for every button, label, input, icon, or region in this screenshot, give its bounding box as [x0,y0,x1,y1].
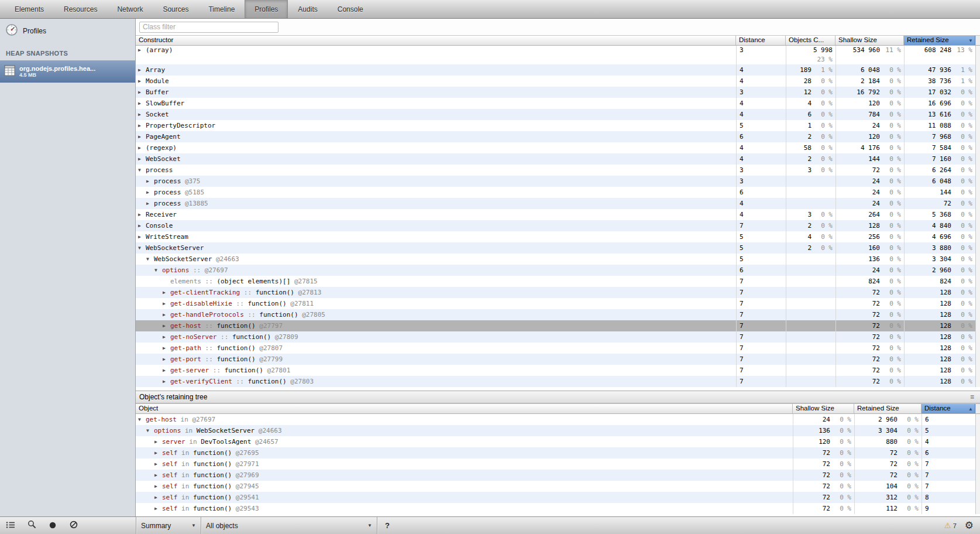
retaining-tree-row[interactable]: ▶self in function() @27945720 %1040 %7 [136,481,980,492]
heap-row[interactable]: ▶Array41891 %6 0480 %47 9361 % [136,64,980,76]
tab-sources[interactable]: Sources [153,0,198,18]
heap-row[interactable]: ▶Socket460 %7840 %13 6160 % [136,109,980,120]
disclosure-triangle-icon[interactable]: ▼ [154,265,162,276]
heap-row[interactable]: ▶get-port :: function() @277997720 %1280… [136,354,980,365]
scrollbar-track[interactable] [975,165,980,176]
disclosure-triangle-icon[interactable]: ▶ [138,87,146,98]
scrollbar-track[interactable] [975,87,980,98]
disclosure-triangle-icon[interactable]: ▶ [154,481,162,492]
class-filter-input[interactable] [139,22,278,33]
disclosure-triangle-icon[interactable]: ▼ [138,414,146,425]
disclosure-triangle-icon[interactable]: ▶ [163,331,170,343]
scrollbar-track[interactable] [975,376,980,387]
heap-row[interactable]: ▶get-server :: function() @278017720 %12… [136,365,980,376]
heap-row[interactable]: ▶process @138854240 %720 % [136,198,980,209]
scrollbar-track[interactable] [975,276,980,287]
column-header-retained-size[interactable]: Retained Size▼ [904,36,975,45]
heap-row[interactable]: ▶get-verifyClient :: function() @2780377… [136,376,980,387]
heap-row[interactable]: ▶PropertyDescriptor510 %240 %11 0880 % [136,120,980,131]
disclosure-triangle-icon[interactable]: ▶ [163,298,170,309]
disclosure-triangle-icon[interactable]: ▶ [163,343,170,354]
heap-row[interactable]: ▶get-handleProtocols :: function() @2780… [136,309,980,320]
scrollbar-track[interactable] [975,187,980,198]
disclosure-triangle-icon[interactable]: ▼ [138,242,146,254]
scrollbar-track[interactable] [975,120,980,131]
scrollbar-track[interactable] [975,131,980,142]
view-mode-select[interactable]: Summary ▼ [136,517,201,534]
disclosure-triangle-icon[interactable]: ▼ [146,254,154,265]
retaining-tree-row[interactable]: ▼options in WebSocketServer @246631360 %… [136,425,980,436]
scrollbar-track[interactable] [975,46,980,64]
disclosure-triangle-icon[interactable]: ▶ [154,470,162,481]
scrollbar-track[interactable] [975,198,980,209]
column-header-shallow-size[interactable]: Shallow Size [835,36,904,45]
disclosure-triangle-icon[interactable]: ▶ [138,46,146,55]
disclosure-triangle-icon[interactable]: ▶ [163,354,170,365]
scrollbar-track[interactable] [975,76,980,87]
scrollbar-track[interactable] [975,265,980,276]
heap-row[interactable]: ▼process330 %720 %6 2640 % [136,165,980,176]
heap-row[interactable]: ▶process @3753240 %6 0480 % [136,176,980,187]
scrollbar-track[interactable] [975,231,980,242]
scrollbar-track[interactable] [975,309,980,320]
retaining-tree-row[interactable]: ▼get-host in @27697240 %2 9600 %6 [136,414,980,425]
disclosure-triangle-icon[interactable]: ▶ [146,176,154,187]
heap-row[interactable]: ▶get-path :: function() @278077720 %1280… [136,343,980,354]
disclosure-triangle-icon[interactable]: ▶ [154,447,162,458]
column-header-objects-c-[interactable]: Objects C... [786,36,835,45]
record-button[interactable] [42,517,63,534]
heap-row[interactable]: ▼WebSocketServer @2466351360 %3 3040 % [136,254,980,265]
search-button[interactable] [21,517,42,534]
clear-button[interactable] [63,517,84,534]
scrollbar-track[interactable] [975,320,980,331]
disclosure-triangle-icon[interactable]: ▶ [163,287,170,298]
disclosure-triangle-icon[interactable]: ▶ [163,320,170,331]
scrollbar-track[interactable] [975,242,980,254]
scrollbar-track[interactable] [975,209,980,220]
heap-row[interactable]: ▶Buffer3120 %16 7920 %17 0320 % [136,87,980,98]
heap-row[interactable]: ▶process @51856240 %1440 % [136,187,980,198]
disclosure-triangle-icon[interactable]: ▼ [138,165,146,176]
scrollbar-track[interactable] [975,254,980,265]
tab-console[interactable]: Console [328,0,373,18]
disclosure-triangle-icon[interactable]: ▶ [163,365,170,376]
help-button[interactable]: ? [377,521,397,530]
scrollbar-track[interactable] [975,470,980,481]
tab-resources[interactable]: Resources [54,0,107,18]
heap-row[interactable]: ▶get-disableHixie :: function() @2781177… [136,298,980,309]
disclosure-triangle-icon[interactable]: ▶ [138,220,146,231]
column-header-shallow-size[interactable]: Shallow Size [793,404,854,413]
error-warning-counter[interactable]: ⚠ 7 [944,521,957,530]
heap-row[interactable]: ▶get-host :: function() @277977720 %1280… [136,320,980,331]
heap-row[interactable]: ▼options :: @276976240 %2 9600 % [136,265,980,276]
scrollbar-track[interactable] [975,481,980,492]
heap-row[interactable]: ▶SlowBuffer440 %1200 %16 6960 % [136,98,980,109]
disclosure-triangle-icon[interactable]: ▶ [138,153,146,165]
resize-grip-icon[interactable]: ≡ [970,393,974,401]
scrollbar-track[interactable] [975,142,980,153]
disclosure-triangle-icon[interactable]: ▶ [138,64,146,76]
heap-row[interactable]: ▶(regexp)4580 %4 1760 %7 5840 % [136,142,980,153]
disclosure-triangle-icon[interactable]: ▶ [146,187,154,198]
tab-timeline[interactable]: Timeline [198,0,245,18]
scrollbar-track[interactable] [975,458,980,470]
heap-row[interactable]: ▶WebSocket420 %1440 %7 1600 % [136,153,980,165]
column-header-distance[interactable]: Distance [736,36,786,45]
tab-network[interactable]: Network [107,0,153,18]
disclosure-triangle-icon[interactable]: ▶ [154,492,162,503]
retaining-tree-row[interactable]: ▶server in DevToolsAgent @246571200 %880… [136,436,980,447]
column-header-object[interactable]: Object [136,404,793,413]
retaining-tree-row[interactable]: ▶self in function() @29543720 %1120 %9 [136,503,980,514]
scrollbar-track[interactable] [975,153,980,165]
scrollbar-track[interactable] [975,287,980,298]
scrollbar-track[interactable] [975,98,980,109]
column-header-retained-size[interactable]: Retained Size [854,404,921,413]
scrollbar-track[interactable] [975,331,980,343]
retaining-tree-row[interactable]: ▶self in function() @27695720 %720 %6 [136,447,980,458]
heap-row[interactable]: ▶get-clientTracking :: function() @27813… [136,287,980,298]
scrollbar-track[interactable] [975,436,980,447]
heap-row[interactable]: ▶get-noServer :: function() @278097720 %… [136,331,980,343]
disclosure-triangle-icon[interactable]: ▶ [138,142,146,153]
scrollbar-track[interactable] [975,492,980,503]
disclosure-triangle-icon[interactable]: ▶ [154,458,162,470]
